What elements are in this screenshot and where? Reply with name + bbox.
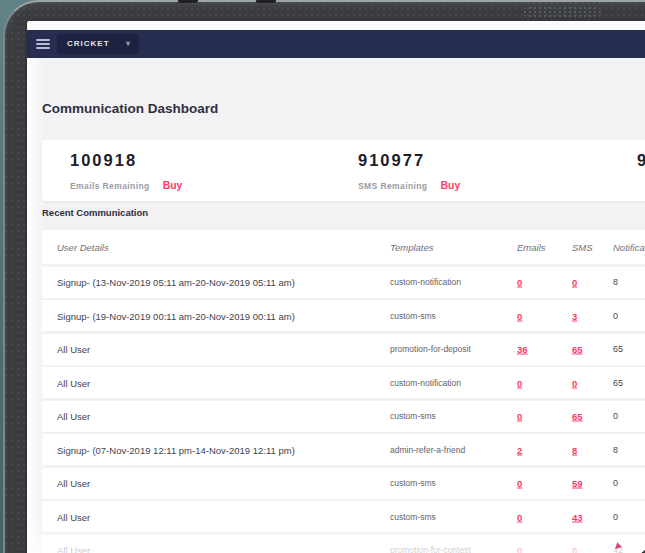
row-user-details: Signup- (07-Nov-2019 12:11 pm-14-Nov-201…: [57, 444, 295, 455]
row-template: custom-sms: [390, 311, 436, 321]
header-notifications: Notifications: [613, 242, 645, 253]
buy-link[interactable]: Buy: [440, 179, 460, 191]
stat-card: 9: [637, 140, 645, 201]
table-row: All Usercustom-sms0590: [42, 468, 645, 499]
table-row: All Userpromotion-for-contest0042: [42, 535, 645, 553]
row-emails-count-link[interactable]: 0: [517, 478, 522, 489]
device-top-button: [178, 0, 198, 3]
row-user-details: Signup- (13-Nov-2019 05:11 am-20-Nov-201…: [57, 277, 295, 288]
communication-table: User Details Templates Emails SMS Notifi…: [42, 230, 645, 553]
row-emails-count-link[interactable]: 0: [517, 545, 522, 553]
row-sms-count-link[interactable]: 65: [572, 411, 583, 422]
row-template: custom-sms: [390, 512, 436, 522]
hamburger-menu-icon[interactable]: [36, 39, 50, 49]
row-template: promotion-for-contest: [390, 545, 471, 553]
row-user-details: All User: [57, 411, 90, 422]
row-notifications-count: 65: [613, 344, 623, 354]
row-notifications-count: 0: [613, 478, 618, 488]
section-title: Recent Communication: [42, 207, 148, 218]
stat-meta: SMS RemainingBuy: [358, 175, 460, 193]
table-row: Signup- (07-Nov-2019 12:11 pm-14-Nov-201…: [42, 434, 645, 465]
brand-dropdown-label: CRICKET: [67, 39, 110, 48]
row-user-details: All User: [57, 377, 90, 388]
device-top-button: [256, 0, 276, 3]
row-sms-count-link[interactable]: 59: [572, 478, 583, 489]
brand-dropdown[interactable]: CRICKET ▾: [57, 34, 139, 54]
stat-value: 9: [637, 151, 645, 170]
row-template: custom-notification: [390, 378, 461, 388]
row-emails-count-link[interactable]: 0: [517, 277, 522, 288]
table-row: All Usercustom-notification0065: [42, 367, 645, 398]
speaker-grille-icon: [523, 6, 601, 19]
stat-value: 100918: [70, 151, 182, 170]
stat-label: SMS Remaining: [358, 181, 427, 191]
row-emails-count-link[interactable]: 36: [517, 344, 528, 355]
row-template: promotion-for-deposit: [390, 344, 471, 354]
row-template: custom-sms: [390, 411, 436, 421]
row-emails-count-link[interactable]: 0: [517, 411, 522, 422]
stat-value: 910977: [358, 151, 460, 170]
row-template: custom-sms: [390, 478, 436, 488]
row-template: custom-notification: [390, 277, 461, 287]
row-sms-count-link[interactable]: 3: [572, 310, 577, 321]
row-emails-count-link[interactable]: 2: [517, 444, 522, 455]
buy-link[interactable]: Buy: [163, 179, 183, 191]
app-screen: CRICKET ▾ Communication Dashboard 100918…: [27, 21, 645, 553]
header-emails: Emails: [517, 242, 546, 253]
table-row: All Usercustom-sms0650: [42, 401, 645, 432]
row-notifications-count: 8: [613, 445, 618, 455]
table-header-row: User Details Templates Emails SMS Notifi…: [42, 230, 645, 264]
device-mockup-scene: CRICKET ▾ Communication Dashboard 100918…: [0, 0, 645, 553]
row-user-details: All User: [57, 344, 90, 355]
row-notifications-count: 8: [613, 277, 618, 287]
row-notifications-count: 0: [613, 411, 618, 421]
header-user-details: User Details: [57, 242, 109, 253]
row-user-details: All User: [57, 545, 90, 553]
table-row: Signup- (13-Nov-2019 05:11 am-20-Nov-201…: [42, 267, 645, 298]
row-user-details: All User: [57, 511, 90, 522]
row-sms-count-link[interactable]: 0: [572, 377, 577, 388]
row-sms-count-link[interactable]: 8: [572, 444, 577, 455]
row-notifications-count: 0: [613, 512, 618, 522]
stat-card: 100918Emails RemainingBuy: [70, 140, 182, 201]
header-templates: Templates: [390, 242, 433, 253]
table-row: All Usercustom-sms0430: [42, 501, 645, 532]
row-notifications-count: 0: [613, 311, 618, 321]
table-row: Signup- (19-Nov-2019 00:11 am-20-Nov-201…: [42, 300, 645, 331]
row-emails-count-link[interactable]: 0: [517, 310, 522, 321]
stats-strip: 100918Emails RemainingBuy910977SMS Remai…: [42, 140, 645, 201]
header-sms: SMS: [572, 242, 593, 253]
row-sms-count-link[interactable]: 0: [572, 277, 577, 288]
row-notifications-count: 65: [613, 378, 623, 388]
row-sms-count-link[interactable]: 65: [572, 344, 583, 355]
stat-meta: [637, 175, 645, 193]
row-emails-count-link[interactable]: 0: [517, 511, 522, 522]
top-navigation-bar: CRICKET ▾: [27, 30, 645, 58]
stat-card: 910977SMS RemainingBuy: [358, 140, 460, 201]
table-row: All Userpromotion-for-deposit366565: [42, 334, 645, 365]
page-title: Communication Dashboard: [42, 101, 218, 116]
stat-meta: Emails RemainingBuy: [70, 175, 182, 193]
row-user-details: Signup- (19-Nov-2019 00:11 am-20-Nov-201…: [57, 310, 295, 321]
dashboard-content: Communication Dashboard 100918Emails Rem…: [27, 58, 645, 553]
row-user-details: All User: [57, 478, 90, 489]
row-sms-count-link[interactable]: 0: [572, 545, 577, 553]
chevron-down-icon: ▾: [126, 34, 131, 54]
row-sms-count-link[interactable]: 43: [572, 511, 583, 522]
row-template: admin-refer-a-friend: [390, 445, 465, 455]
table-body: Signup- (13-Nov-2019 05:11 am-20-Nov-201…: [42, 267, 645, 553]
row-emails-count-link[interactable]: 0: [517, 377, 522, 388]
stat-label: Emails Remaining: [70, 181, 150, 191]
